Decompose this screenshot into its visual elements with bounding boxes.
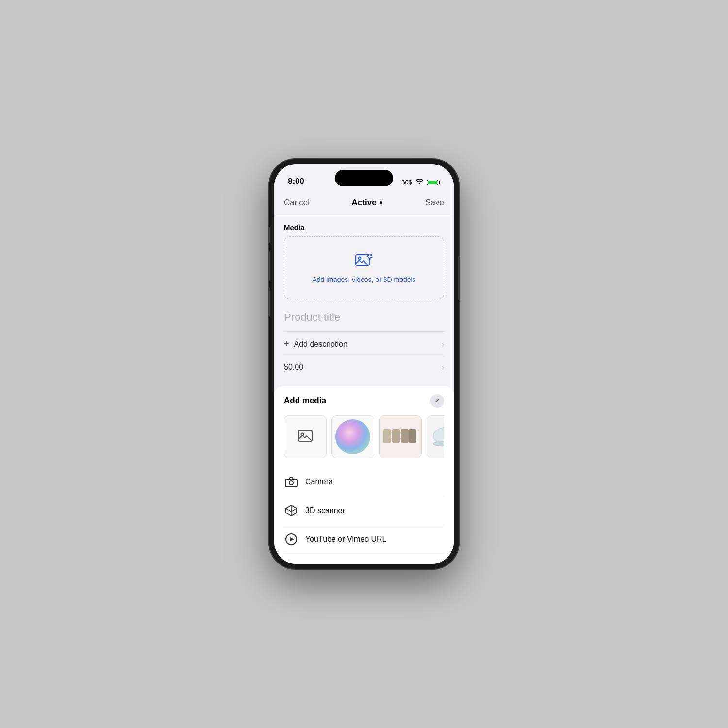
scanner-action[interactable]: 3D scanner [284, 496, 444, 525]
svg-point-16 [289, 481, 293, 485]
cancel-button[interactable]: Cancel [284, 198, 310, 208]
media-placeholder-text: Add images, videos, or 3D models [312, 276, 415, 283]
bowl-thumbnail[interactable] [427, 415, 444, 458]
save-button[interactable]: Save [425, 198, 444, 208]
thumbnails-row [284, 415, 444, 458]
files-action[interactable]: Files app [284, 554, 444, 564]
power-button [458, 256, 460, 300]
video-label: YouTube or Vimeo URL [305, 535, 387, 544]
price-row[interactable]: $0.00 › [284, 356, 444, 379]
sphere-image [335, 419, 370, 454]
nav-bar: Cancel Active ∨ Save [274, 190, 454, 215]
mugs-thumbnail[interactable] [379, 415, 422, 458]
sheet-title: Add media [284, 396, 326, 406]
camera-action[interactable]: Camera [284, 468, 444, 496]
3d-scanner-icon [284, 503, 298, 518]
phone-frame: 8:00 $0$ [269, 159, 459, 569]
chevron-down-icon: ∨ [379, 199, 383, 206]
files-icon [284, 561, 298, 564]
camera-label: Camera [305, 478, 333, 486]
mute-button [268, 227, 270, 243]
scanner-label: 3D scanner [305, 506, 345, 515]
svg-rect-7 [383, 429, 391, 443]
volume-up-button [268, 251, 270, 281]
battery-icon [427, 178, 440, 186]
price-chevron-icon: › [442, 364, 444, 371]
gallery-icon [298, 428, 313, 447]
svg-rect-10 [409, 429, 416, 443]
plus-icon: + [284, 339, 289, 349]
bowl-image [427, 416, 444, 458]
files-label: Files app [305, 563, 337, 564]
chevron-right-icon: › [442, 340, 444, 348]
mugs-image [380, 416, 421, 458]
status-time: 8:00 [288, 177, 304, 186]
carrier-text: $0$ [401, 179, 412, 186]
add-description-label: Add description [294, 340, 347, 348]
svg-point-1 [359, 257, 361, 259]
price-value: $0.00 [284, 363, 303, 372]
svg-rect-9 [401, 429, 409, 443]
volume-down-button [268, 288, 270, 317]
phone-screen: 8:00 $0$ [274, 164, 454, 564]
product-title-input[interactable]: Product title [284, 307, 444, 328]
active-status-button[interactable]: Active ∨ [352, 198, 383, 208]
wifi-icon [415, 178, 424, 186]
media-drop-zone[interactable]: Add images, videos, or 3D models [284, 236, 444, 299]
media-section-label: Media [284, 223, 444, 232]
video-action[interactable]: YouTube or Vimeo URL [284, 525, 444, 554]
dynamic-island [335, 170, 393, 186]
svg-rect-15 [285, 479, 297, 487]
add-media-icon [355, 253, 373, 272]
main-content: Media Add images, videos, or [274, 215, 454, 564]
status-bar: 8:00 $0$ [274, 164, 454, 190]
camera-icon [284, 475, 298, 489]
product-form: Media Add images, videos, or [274, 215, 454, 386]
add-description-row[interactable]: + Add description › [284, 331, 444, 356]
sheet-close-button[interactable]: × [430, 394, 444, 408]
gallery-thumbnail[interactable] [284, 415, 327, 458]
sphere-thumbnail[interactable] [331, 415, 374, 458]
add-media-sheet: Add media × [274, 386, 454, 564]
svg-rect-8 [392, 429, 400, 443]
sheet-header: Add media × [284, 394, 444, 408]
video-icon [284, 532, 298, 546]
action-list: Camera 3D scanner [284, 468, 444, 564]
svg-rect-19 [286, 563, 291, 564]
status-icons: $0$ [401, 178, 440, 186]
